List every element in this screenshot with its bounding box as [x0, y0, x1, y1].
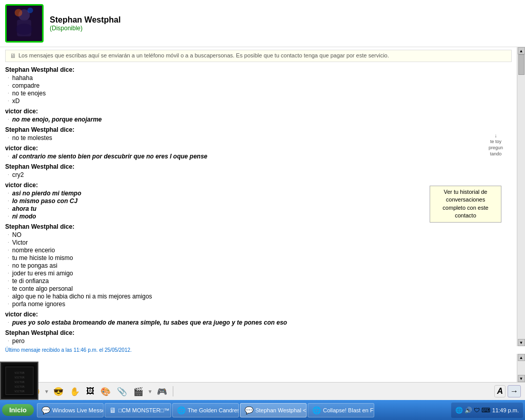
input-scroll-down[interactable]: ▼: [518, 375, 525, 382]
status-text: (Disponible): [50, 25, 83, 32]
taskbar-label-collapse: Collapse! Blast en Fa...: [323, 407, 374, 413]
input-scroll-up[interactable]: ▲: [518, 354, 525, 361]
contact-avatar: [5, 4, 44, 43]
message-item: ·cry2: [5, 171, 512, 178]
svg-point-4: [27, 8, 33, 13]
sender-label: victor dice:: [5, 108, 512, 115]
taskbar-icon-collapse: 🌐: [312, 406, 321, 414]
sender-label: Stephan Westphal dice:: [5, 66, 512, 73]
history-tooltip: Ver tu historial de conversaciones compl…: [430, 186, 501, 223]
taskbar-item-monster[interactable]: 🖥 □CM MONSTER□™ ...: [105, 403, 171, 417]
svg-text:VICTOR: VICTOR: [14, 376, 25, 379]
network-icon: 🌐: [455, 407, 463, 414]
info-banner: 🖥 Los mensajes que escribas aquí se envi…: [5, 50, 512, 62]
games-button[interactable]: 🎮: [155, 386, 169, 397]
svg-text:VICTOR: VICTOR: [14, 390, 25, 393]
input-scrollbar[interactable]: ▲ ▼: [517, 354, 525, 382]
chat-header: Stephan Westphal (Disponible): [0, 0, 525, 47]
sender-label: victor dice:: [5, 311, 512, 318]
scroll-track: [518, 54, 524, 339]
info-icon: 🖥: [10, 52, 16, 59]
taskbar-item-collapse[interactable]: 🌐 Collapse! Blast en Fa...: [308, 403, 374, 417]
message-item: ·NO: [5, 231, 512, 238]
contact-status: (Disponible): [50, 25, 120, 32]
message-item: ·nombre encerio: [5, 247, 512, 254]
victor-message-item: ·al contrario me siento bien por descubr…: [5, 153, 512, 160]
file-button[interactable]: 📎: [115, 386, 129, 397]
system-clock: 11:49 p.m.: [492, 407, 519, 413]
chat-container: 🖥 Los mensajes que escribas aquí se envi…: [0, 47, 525, 346]
taskbar-item-stephan[interactable]: 💬 Stephan Westphal <...: [240, 403, 307, 417]
message-item: ·compadre: [5, 82, 512, 89]
toolbar-separator: [173, 386, 173, 396]
taskbar-icon-golden: 🌐: [177, 406, 186, 414]
message-item: ·Victor: [5, 239, 512, 246]
message-item: ·te di onfianza: [5, 277, 512, 285]
taskbar-label-monster: □CM MONSTER□™ ...: [118, 407, 171, 413]
taskbar-label-golden: The Golden Candres ...: [188, 407, 239, 413]
taskbar-icon-stephan: 💬: [245, 406, 253, 414]
message-item: ·pero: [5, 337, 512, 345]
svg-text:VICTOR: VICTOR: [14, 381, 25, 384]
message-item: ·hahaha: [5, 74, 512, 82]
taskbar-label-stephan: Stephan Westphal <...: [255, 407, 307, 413]
taskbar-system-tray: 🌐 🔊 🛡 ⌨ 11:49 p.m.: [451, 403, 523, 418]
svg-text:VICTOR: VICTOR: [14, 385, 25, 388]
last-message-info: Último mensaje recibido a las 11:46 p.m.…: [0, 346, 525, 354]
format-button[interactable]: A: [494, 385, 506, 397]
info-text: Los mensajes que escribas aquí se enviar…: [18, 52, 389, 58]
own-avatar-image: VICTOR VICTOR VICTOR VICTOR VICTOR: [1, 363, 37, 399]
input-area: ▲ ▼: [0, 354, 525, 382]
voice-button[interactable]: 😎: [51, 386, 66, 397]
contact-name: Stephan Westphal: [50, 15, 120, 25]
victor-message-item: ·pues yo solo estaba bromeando de manera…: [5, 319, 512, 326]
scrollbar[interactable]: ▲ ▼: [517, 47, 525, 346]
message-item: ·no te enojes: [5, 90, 512, 97]
svg-point-3: [15, 9, 23, 16]
taskbar-item-golden[interactable]: 🌐 The Golden Candres ...: [172, 403, 239, 417]
scroll-thumb[interactable]: [518, 54, 524, 75]
message-item: ·xD: [5, 97, 512, 105]
message-toolbar: 😊 ▼ 😉 ▼ 😎 ✋ 🖼 🎨 📎 🎬 ▼ 🎮 A →: [0, 382, 525, 400]
photo-button[interactable]: 🖼: [84, 386, 96, 397]
typing-indicator: ↓te toypreguntando: [488, 132, 504, 158]
video-button[interactable]: 🎬: [131, 386, 146, 397]
sender-label: Stephan Westphal dice:: [5, 126, 512, 133]
security-icon: 🛡: [474, 407, 480, 414]
message-item: ·no te pongas asi: [5, 262, 512, 269]
gesture-button[interactable]: ✋: [68, 386, 82, 397]
message-item: ·te conte algo personal: [5, 285, 512, 292]
taskbar-label-messenger: Windows Live Messen...: [52, 407, 104, 413]
message-item: ·joder tu eres mi amigo: [5, 270, 512, 277]
sender-label: victor dice:: [5, 145, 512, 152]
start-button[interactable]: Inicio: [2, 404, 34, 416]
taskbar-item-messenger[interactable]: 💬 Windows Live Messen...: [37, 403, 104, 417]
send-button[interactable]: →: [508, 385, 521, 397]
video-dropdown-arrow[interactable]: ▼: [148, 389, 153, 394]
svg-text:VICTOR: VICTOR: [14, 371, 25, 374]
messenger-window: Stephan Westphal (Disponible) 🖥 Los mens…: [0, 0, 525, 400]
victor-message-item: ·no me enojo, porque enojarme: [5, 116, 512, 123]
scroll-down-btn[interactable]: ▼: [518, 339, 525, 346]
taskbar-icon-messenger: 💬: [42, 406, 50, 414]
ink-button[interactable]: 🎨: [98, 386, 113, 397]
contact-info: Stephan Westphal (Disponible): [50, 15, 120, 32]
message-input[interactable]: [0, 354, 517, 382]
message-item: ·porfa nome ignores: [5, 301, 512, 308]
nudge-dropdown-arrow[interactable]: ▼: [44, 389, 49, 394]
taskbar: Inicio 💬 Windows Live Messen... 🖥 □CM MO…: [0, 400, 525, 420]
sender-label: Stephan Westphal dice:: [5, 329, 512, 336]
own-avatar: VICTOR VICTOR VICTOR VICTOR VICTOR: [0, 362, 38, 400]
svg-point-5: [15, 24, 32, 35]
message-item: ·no te molestes: [5, 134, 512, 142]
system-icons: 🌐 🔊 🛡 ⌨: [455, 407, 490, 414]
sender-label: Stephan Westphal dice:: [5, 223, 512, 230]
contact-avatar-image: [7, 6, 42, 41]
message-item: ·tu me hiciste lo mismo: [5, 254, 512, 262]
sender-label: Stephan Westphal dice:: [5, 163, 512, 170]
scroll-up-btn[interactable]: ▲: [518, 47, 525, 54]
lang-icon: ⌨: [481, 407, 490, 414]
chat-messages[interactable]: 🖥 Los mensajes que escribas aquí se envi…: [0, 47, 517, 346]
message-item: ·algo que no le habia dicho ni a mis mej…: [5, 293, 512, 300]
volume-icon: 🔊: [465, 407, 472, 414]
